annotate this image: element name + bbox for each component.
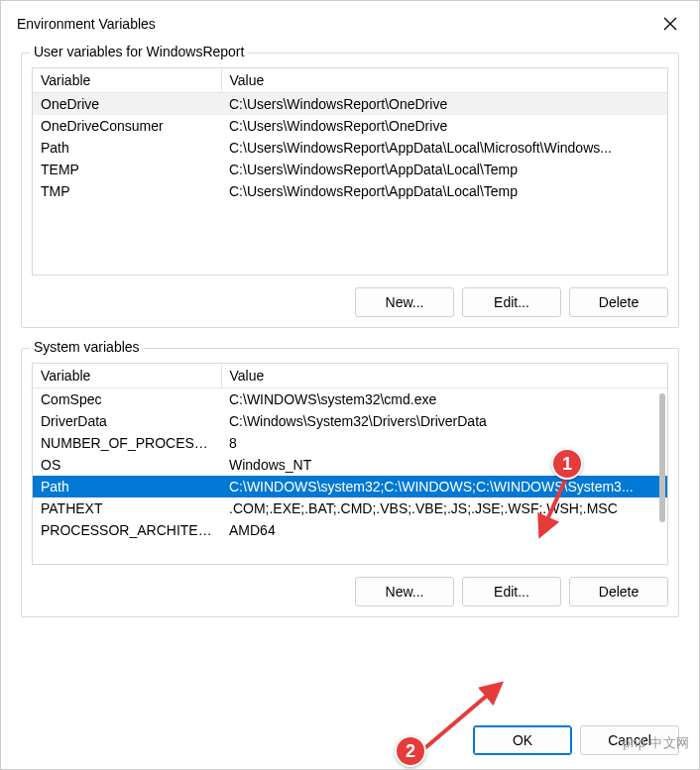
close-button[interactable] xyxy=(655,9,685,39)
table-row[interactable]: OneDriveC:\Users\WindowsReport\OneDrive xyxy=(33,93,667,116)
system-vars-group: System variables Variable Value ComSpecC… xyxy=(21,348,679,617)
system-vars-table-wrap: Variable Value ComSpecC:\WINDOWS\system3… xyxy=(32,363,668,565)
cell-value: 8 xyxy=(221,432,667,454)
cell-variable: DriverData xyxy=(33,410,221,432)
user-vars-label: User variables for WindowsReport xyxy=(30,44,248,59)
table-row[interactable]: PathC:\Users\WindowsReport\AppData\Local… xyxy=(33,137,667,159)
cell-value: C:\WINDOWS\system32;C:\WINDOWS;C:\WINDOW… xyxy=(221,476,667,497)
system-edit-button[interactable]: Edit... xyxy=(462,577,561,606)
user-vars-group: User variables for WindowsReport Variabl… xyxy=(21,53,679,328)
table-row[interactable]: OSWindows_NT xyxy=(33,454,667,476)
titlebar: Environment Variables xyxy=(1,1,699,47)
cell-variable: TMP xyxy=(33,180,221,202)
table-row[interactable]: ComSpecC:\WINDOWS\system32\cmd.exe xyxy=(33,388,667,411)
cell-variable: OneDriveConsumer xyxy=(33,115,221,137)
system-delete-button[interactable]: Delete xyxy=(569,577,668,606)
watermark: php 中文网 xyxy=(623,734,690,752)
col-header-value[interactable]: Value xyxy=(221,68,667,93)
cell-value: C:\Windows\System32\Drivers\DriverData xyxy=(221,410,667,432)
cell-variable: PATHEXT xyxy=(33,497,221,519)
user-vars-buttons: New... Edit... Delete xyxy=(32,287,668,317)
user-vars-table[interactable]: Variable Value OneDriveC:\Users\WindowsR… xyxy=(33,68,667,202)
user-delete-button[interactable]: Delete xyxy=(569,287,668,317)
table-row[interactable]: DriverDataC:\Windows\System32\Drivers\Dr… xyxy=(33,410,667,432)
cell-variable: ComSpec xyxy=(33,388,221,411)
table-header-row: Variable Value xyxy=(33,68,667,93)
col-header-variable[interactable]: Variable xyxy=(33,364,221,388)
table-row[interactable]: PATHEXT.COM;.EXE;.BAT;.CMD;.VBS;.VBE;.JS… xyxy=(33,497,667,519)
user-edit-button[interactable]: Edit... xyxy=(462,287,561,317)
table-row[interactable]: NUMBER_OF_PROCESSORS8 xyxy=(33,432,667,454)
user-new-button[interactable]: New... xyxy=(355,287,454,317)
cell-value: C:\Users\WindowsReport\AppData\Local\Mic… xyxy=(221,137,667,159)
system-new-button[interactable]: New... xyxy=(355,577,454,606)
env-vars-dialog: Environment Variables User variables for… xyxy=(0,0,700,770)
cell-value: C:\Users\WindowsReport\OneDrive xyxy=(221,93,667,116)
cell-value: .COM;.EXE;.BAT;.CMD;.VBS;.VBE;.JS;.JSE;.… xyxy=(221,497,667,519)
cell-value: Windows_NT xyxy=(221,454,667,476)
cell-value: C:\Users\WindowsReport\AppData\Local\Tem… xyxy=(221,180,667,202)
system-vars-label: System variables xyxy=(30,339,144,355)
ok-button[interactable]: OK xyxy=(473,725,572,755)
cell-value: C:\Users\WindowsReport\AppData\Local\Tem… xyxy=(221,159,667,180)
dialog-content: User variables for WindowsReport Variabl… xyxy=(1,47,699,721)
system-vars-buttons: New... Edit... Delete xyxy=(32,577,668,606)
dialog-buttons: OK Cancel xyxy=(1,721,699,769)
table-row[interactable]: PathC:\WINDOWS\system32;C:\WINDOWS;C:\WI… xyxy=(33,476,667,497)
cell-value: C:\Users\WindowsReport\OneDrive xyxy=(221,115,667,137)
window-title: Environment Variables xyxy=(17,16,156,32)
table-row[interactable]: PROCESSOR_ARCHITECTU...AMD64 xyxy=(33,519,667,541)
close-icon xyxy=(663,17,677,31)
cell-variable: OneDrive xyxy=(33,93,221,116)
cell-variable: TEMP xyxy=(33,159,221,180)
system-vars-scrollbar[interactable] xyxy=(659,393,665,522)
table-row[interactable]: TEMPC:\Users\WindowsReport\AppData\Local… xyxy=(33,159,667,180)
table-row[interactable]: TMPC:\Users\WindowsReport\AppData\Local\… xyxy=(33,180,667,202)
cell-value: AMD64 xyxy=(221,519,667,541)
system-vars-table[interactable]: Variable Value ComSpecC:\WINDOWS\system3… xyxy=(33,364,667,541)
col-header-value[interactable]: Value xyxy=(221,364,667,388)
cell-variable: PROCESSOR_ARCHITECTU... xyxy=(33,519,221,541)
user-vars-table-wrap: Variable Value OneDriveC:\Users\WindowsR… xyxy=(32,67,668,275)
cell-variable: Path xyxy=(33,137,221,159)
cell-variable: NUMBER_OF_PROCESSORS xyxy=(33,432,221,454)
table-header-row: Variable Value xyxy=(33,364,667,388)
table-row[interactable]: OneDriveConsumerC:\Users\WindowsReport\O… xyxy=(33,115,667,137)
cell-variable: OS xyxy=(33,454,221,476)
cell-variable: Path xyxy=(33,476,221,497)
col-header-variable[interactable]: Variable xyxy=(33,68,221,93)
cell-value: C:\WINDOWS\system32\cmd.exe xyxy=(221,388,667,411)
